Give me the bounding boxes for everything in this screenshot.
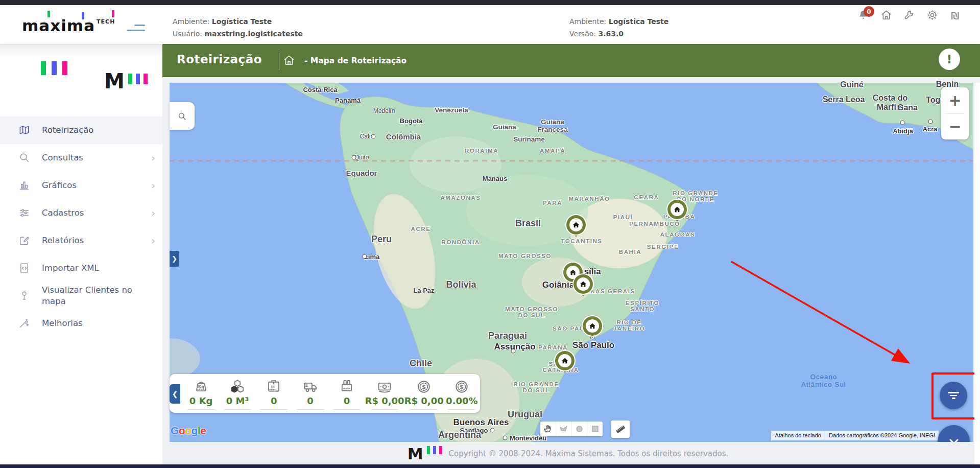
side-panel-toggle[interactable]: ❯	[170, 251, 179, 267]
totals-bar-collapse-button[interactable]: ❮	[170, 384, 180, 404]
house-icon	[586, 319, 599, 333]
zoom-in-button[interactable]: +	[941, 87, 969, 113]
google-logo[interactable]: Google	[171, 425, 206, 437]
toolbar-divider	[279, 51, 279, 70]
total-underline	[224, 409, 251, 410]
map-pin-marker[interactable]	[667, 200, 687, 219]
footer-logo-bars	[427, 446, 442, 454]
sidebar-nav: RoteirizaçãoConsultas›Gráficos›Cadastros…	[0, 116, 162, 337]
map-search-button[interactable]	[170, 102, 195, 130]
map-data-attribution: Dados cartográficos ©2024 Google, INEGI	[825, 431, 939, 440]
total-value: 0	[307, 396, 314, 406]
sidebar-item-label: Roteirização	[42, 125, 147, 136]
wand-icon	[18, 317, 31, 330]
brand-tick-pink	[112, 10, 114, 17]
maxima-tech-logo[interactable]: maxima TECH	[22, 14, 115, 37]
map-zoom-control: + −	[941, 87, 969, 139]
sidebar-item-label: Melhorias	[42, 318, 147, 329]
brand-tick-green	[47, 11, 50, 17]
pan-hand-tool[interactable]	[540, 422, 556, 436]
home-icon[interactable]	[879, 9, 893, 22]
notification-badge: 0	[864, 6, 874, 17]
brand-suffix: TECH	[97, 18, 115, 25]
total-underline	[448, 409, 475, 410]
sidebar-item-graficos[interactable]: Gráficos›	[0, 172, 162, 199]
map-pin-marker[interactable]	[573, 274, 593, 294]
file-code-icon	[18, 262, 31, 274]
breadcrumb-home-icon[interactable]	[283, 54, 295, 66]
route-icon[interactable]: ₪	[948, 9, 962, 22]
top-strip	[0, 0, 980, 5]
total-value: 0.00%	[446, 396, 477, 406]
filter-button[interactable]	[940, 382, 967, 409]
sidebar-item-importar-xml[interactable]: Importar XML	[0, 254, 162, 282]
sidebar-item-label: Consultas	[42, 152, 147, 163]
zoom-out-button[interactable]: −	[941, 114, 969, 140]
map-pin-marker[interactable]	[583, 316, 602, 336]
sidebar-item-consultas[interactable]: Consultas›	[0, 144, 162, 172]
sidebar-item-label: Importar XML	[42, 263, 147, 274]
draw-circle-tool[interactable]	[572, 422, 588, 436]
svg-text:Kg: Kg	[198, 384, 204, 389]
money-icon	[376, 378, 393, 396]
bottom-strip	[0, 464, 980, 468]
sidebar: M RoteirizaçãoConsultas›Gráficos›Cadastr…	[0, 44, 162, 465]
sidebar-logo-m: M	[104, 73, 148, 90]
version-value: 3.63.0	[598, 30, 624, 38]
totals-bar: ❮ Kg0 Kg0 M³000R$ 0,00$R$ 0,00$0.00%	[170, 374, 480, 413]
map-pin-marker[interactable]	[555, 351, 575, 370]
page-title: Roteirização	[177, 53, 262, 66]
total-value: R$ 0,00	[365, 396, 404, 406]
map-attribution: Atalhos do teclado Dados cartográficos ©…	[771, 431, 939, 440]
user-label: Usuário:	[173, 30, 202, 38]
draw-rectangle-tool[interactable]	[587, 422, 603, 436]
total-weight: Kg0 Kg	[183, 374, 219, 413]
cubes-icon	[229, 378, 246, 396]
house-icon	[671, 203, 684, 216]
version-info: Ambiente: Logística Teste Versão: 3.63.0	[569, 15, 668, 40]
sidebar-item-label: Gráficos	[42, 180, 147, 191]
svg-text:$: $	[422, 383, 426, 390]
alert-button[interactable]: !	[939, 49, 960, 70]
total-cubes: 0 M³	[219, 374, 255, 413]
sidebar-item-melhorias[interactable]: Melhorias	[0, 310, 162, 337]
app-root: maxima TECH Ambiente: Logística Teste Us…	[0, 0, 980, 468]
total-truck: 0	[292, 374, 328, 413]
measure-ruler-tool[interactable]	[611, 420, 630, 438]
sidebar-item-roteirizacao[interactable]: Roteirização	[0, 116, 162, 144]
draw-polygon-tool[interactable]	[556, 422, 572, 436]
user-value: maxstring.logisticateste	[204, 30, 303, 38]
search-icon	[18, 152, 31, 164]
sidebar-logo-bars	[41, 61, 67, 75]
coin-icon: $	[415, 378, 433, 396]
sidebar-item-cadastros[interactable]: Cadastros›	[0, 199, 162, 227]
total-underline	[371, 409, 398, 410]
sliders-icon	[18, 207, 31, 219]
total-package: 0	[256, 374, 292, 413]
svg-text:$: $	[460, 383, 464, 390]
crate-icon	[338, 378, 355, 396]
total-value: 0	[271, 396, 277, 406]
total-value: 0	[344, 396, 350, 406]
sidebar-item-visualizar-clientes-no-mapa[interactable]: Visualizar Clientes no mapa	[0, 282, 162, 310]
total-underline	[410, 409, 438, 410]
wrench-icon[interactable]	[902, 9, 916, 22]
chevron-right-icon: ›	[151, 207, 155, 219]
env-label: Ambiente:	[173, 17, 209, 26]
hamburger-menu-icon[interactable]	[126, 24, 146, 33]
breadcrumb: - Mapa de Roteirização	[304, 56, 407, 65]
gear-icon[interactable]	[925, 9, 939, 22]
sidebar-item-relatorios[interactable]: Relatórios›	[0, 227, 162, 254]
keyboard-shortcuts-link[interactable]: Atalhos do teclado	[771, 431, 825, 440]
percent-coin-icon: $	[453, 378, 470, 396]
footer-logo-m: M	[408, 447, 422, 461]
environment-info: Ambiente: Logística Teste Usuário: maxst…	[173, 15, 303, 40]
total-crate: 0	[328, 374, 365, 413]
sidebar-item-label: Relatórios	[42, 235, 147, 246]
map-pin-marker[interactable]	[566, 215, 586, 235]
total-underline	[333, 409, 361, 410]
total-underline	[260, 409, 288, 410]
total-value: 0 M³	[226, 396, 249, 406]
brand-name: maxima	[22, 18, 95, 34]
footer: M Copyright © 2008-2024. Máxima Sistemas…	[162, 442, 973, 465]
